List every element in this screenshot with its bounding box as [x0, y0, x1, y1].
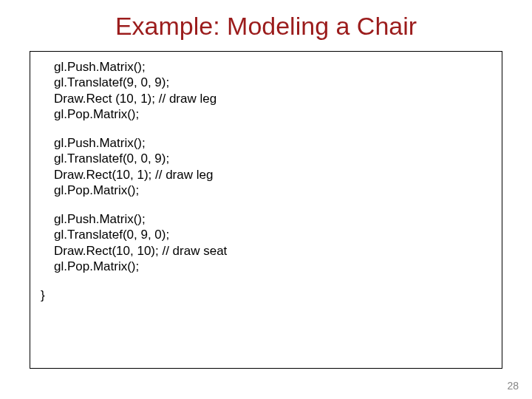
code-box: gl.Push.Matrix(); gl.Translatef(9, 0, 9)… [30, 51, 502, 369]
closing-brace: } [41, 287, 491, 303]
code-block-2: gl.Push.Matrix(); gl.Translatef(0, 0, 9)… [41, 135, 491, 198]
code-line: gl.Pop.Matrix(); [54, 259, 491, 274]
code-line: Draw.Rect(10, 1); // draw leg [54, 167, 491, 183]
code-block-1: gl.Push.Matrix(); gl.Translatef(9, 0, 9)… [41, 59, 491, 122]
code-line: gl.Pop.Matrix(); [54, 183, 491, 198]
code-line: gl.Pop.Matrix(); [54, 106, 491, 122]
code-line: gl.Translatef(9, 0, 9); [54, 75, 491, 90]
slide-title: Example: Modeling a Chair [30, 12, 502, 41]
code-line: Draw.Rect(10, 10); // draw seat [54, 243, 491, 259]
page-number: 28 [507, 380, 519, 392]
code-line: gl.Push.Matrix(); [54, 59, 491, 75]
code-block-3: gl.Push.Matrix(); gl.Translatef(0, 9, 0)… [41, 211, 491, 274]
code-line: gl.Push.Matrix(); [54, 135, 491, 151]
code-line: gl.Push.Matrix(); [54, 211, 491, 227]
code-line: Draw.Rect (10, 1); // draw leg [54, 91, 491, 106]
slide: Example: Modeling a Chair gl.Push.Matrix… [0, 0, 532, 399]
code-line: gl.Translatef(0, 9, 0); [54, 227, 491, 242]
code-line: gl.Translatef(0, 0, 9); [54, 151, 491, 166]
